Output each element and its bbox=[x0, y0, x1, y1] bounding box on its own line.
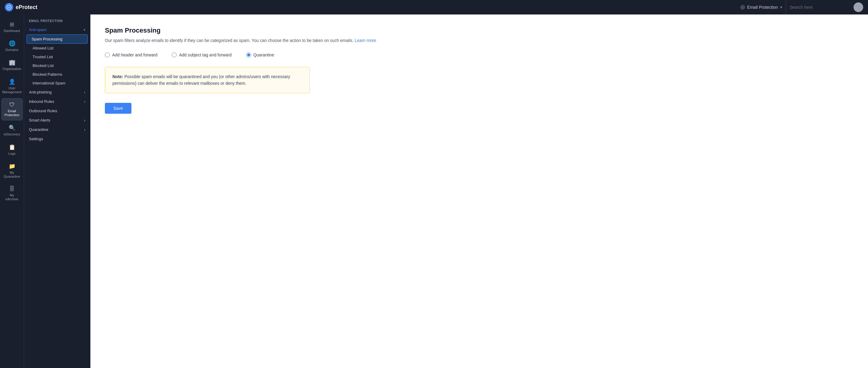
smart-alerts-chevron-icon: › bbox=[84, 118, 85, 122]
option-quarantine[interactable]: Quarantine bbox=[246, 53, 274, 57]
menu-item-settings[interactable]: Settings bbox=[24, 134, 90, 144]
note-prefix: Note: bbox=[113, 74, 123, 79]
menu-item-blocked-patterns[interactable]: Blocked Patterns bbox=[24, 70, 90, 79]
app-logo: eProtect bbox=[5, 3, 37, 11]
menu-item-trusted-list[interactable]: Trusted List bbox=[24, 53, 90, 61]
sidebar-item-email-protection[interactable]: 🛡 Email Protection bbox=[1, 98, 23, 120]
svg-point-2 bbox=[742, 7, 743, 8]
sidebar-item-user-management[interactable]: 👤 User Management bbox=[1, 76, 23, 97]
option-add-subject-tag-forward[interactable]: Add subject tag and forward bbox=[172, 53, 231, 57]
menu-item-outbound-rules[interactable]: Outbound Rules bbox=[24, 106, 90, 116]
topbar: eProtect Email Protection ▾ bbox=[0, 0, 868, 15]
sidebar-nav: ⊞ Dashboard 🌐 Domains 🏢 Organization 👤 U… bbox=[0, 15, 24, 368]
sidebar-item-dashboard[interactable]: ⊞ Dashboard bbox=[1, 18, 23, 36]
radio-quarantine[interactable] bbox=[246, 53, 251, 57]
main-content: Spam Processing Our spam filters analyze… bbox=[90, 15, 868, 368]
sidebar-item-organization-label: Organization bbox=[2, 67, 21, 71]
my-quarantine-icon: 📁 bbox=[9, 163, 16, 170]
sidebar-menu-panel: EMAIL PROTECTION Anti-spam ▾ Spam Proces… bbox=[24, 15, 90, 368]
note-text: Possible spam emails will be quarantined… bbox=[113, 74, 290, 86]
menu-item-smart-alerts[interactable]: Smart Alerts › bbox=[24, 116, 90, 125]
sidebar-item-my-quarantine-label: My Quarantine bbox=[4, 171, 20, 178]
option-add-header-forward[interactable]: Add header and forward bbox=[105, 53, 157, 57]
dashboard-icon: ⊞ bbox=[10, 21, 14, 28]
menu-item-allowed-list[interactable]: Allowed List bbox=[24, 44, 90, 53]
option-quarantine-label: Quarantine bbox=[253, 53, 274, 57]
app-name: eProtect bbox=[16, 4, 37, 10]
sidebar-item-logs[interactable]: 📋 Logs bbox=[1, 141, 23, 159]
sidebar-item-email-protection-label: Email Protection bbox=[4, 109, 20, 117]
sidebar-item-domains-label: Domains bbox=[5, 48, 19, 52]
sidebar-section-title: EMAIL PROTECTION bbox=[24, 15, 90, 25]
my-earchive-icon: 🗄 bbox=[9, 186, 15, 192]
search-input[interactable] bbox=[789, 5, 850, 10]
organization-icon: 🏢 bbox=[9, 59, 16, 66]
context-selector[interactable]: Email Protection ▾ bbox=[737, 0, 786, 15]
logs-icon: 📋 bbox=[9, 144, 16, 150]
options-row: Add header and forward Add subject tag a… bbox=[105, 53, 854, 57]
menu-item-spam-processing[interactable]: Spam Processing bbox=[27, 34, 88, 44]
sidebar-item-ediscovery-label: eDiscovery bbox=[4, 133, 20, 136]
svg-point-1 bbox=[741, 5, 744, 9]
inbound-rules-chevron-icon: › bbox=[84, 100, 85, 104]
sidebar-wrapper: ⊞ Dashboard 🌐 Domains 🏢 Organization 👤 U… bbox=[0, 15, 90, 368]
user-management-icon: 👤 bbox=[9, 79, 16, 85]
sidebar-item-my-earchive-label: My eArchive bbox=[4, 193, 20, 201]
learn-more-link[interactable]: Learn more bbox=[355, 38, 376, 43]
avatar bbox=[854, 2, 863, 12]
save-button[interactable]: Save bbox=[105, 103, 131, 114]
anti-phishing-chevron-icon: › bbox=[84, 90, 85, 94]
logo-icon bbox=[5, 3, 13, 11]
email-protection-icon: 🛡 bbox=[9, 102, 15, 108]
page-title: Spam Processing bbox=[105, 27, 854, 34]
quarantine-chevron-icon: › bbox=[84, 128, 85, 132]
radio-add-subject-tag-forward[interactable] bbox=[172, 53, 177, 57]
app-layout: ⊞ Dashboard 🌐 Domains 🏢 Organization 👤 U… bbox=[0, 15, 868, 368]
ediscovery-icon: 🔍 bbox=[9, 124, 16, 131]
menu-item-anti-phishing[interactable]: Anti-phishing › bbox=[24, 87, 90, 97]
option-add-header-forward-label: Add header and forward bbox=[112, 53, 157, 57]
menu-item-international-spam[interactable]: International Spam bbox=[24, 79, 90, 87]
context-label: Email Protection bbox=[747, 5, 778, 10]
sidebar-item-my-quarantine[interactable]: 📁 My Quarantine bbox=[1, 160, 23, 181]
sidebar-item-my-earchive[interactable]: 🗄 My eArchive bbox=[1, 183, 23, 204]
sidebar-item-ediscovery[interactable]: 🔍 eDiscovery bbox=[1, 121, 23, 139]
menu-item-quarantine[interactable]: Quarantine › bbox=[24, 125, 90, 134]
sidebar-item-logs-label: Logs bbox=[8, 152, 16, 155]
menu-item-blocked-list[interactable]: Blocked List bbox=[24, 61, 90, 70]
chevron-down-icon: ▾ bbox=[780, 5, 782, 9]
topbar-right: Email Protection ▾ bbox=[737, 0, 863, 15]
radio-add-header-forward[interactable] bbox=[105, 53, 110, 57]
option-add-subject-tag-forward-label: Add subject tag and forward bbox=[179, 53, 231, 57]
menu-item-inbound-rules[interactable]: Inbound Rules › bbox=[24, 97, 90, 106]
page-description: Our spam filters analyze emails to ident… bbox=[105, 38, 854, 43]
note-box: Note: Possible spam emails will be quara… bbox=[105, 67, 310, 93]
sidebar-item-dashboard-label: Dashboard bbox=[4, 29, 20, 33]
sidebar-item-user-management-label: User Management bbox=[2, 86, 22, 94]
sidebar-item-organization[interactable]: 🏢 Organization bbox=[1, 56, 23, 74]
anti-spam-label: Anti-spam bbox=[29, 27, 47, 32]
domains-icon: 🌐 bbox=[9, 40, 16, 47]
sidebar-item-domains[interactable]: 🌐 Domains bbox=[1, 37, 23, 55]
anti-spam-group-header[interactable]: Anti-spam ▾ bbox=[24, 25, 90, 34]
anti-spam-chevron-icon: ▾ bbox=[84, 28, 85, 32]
